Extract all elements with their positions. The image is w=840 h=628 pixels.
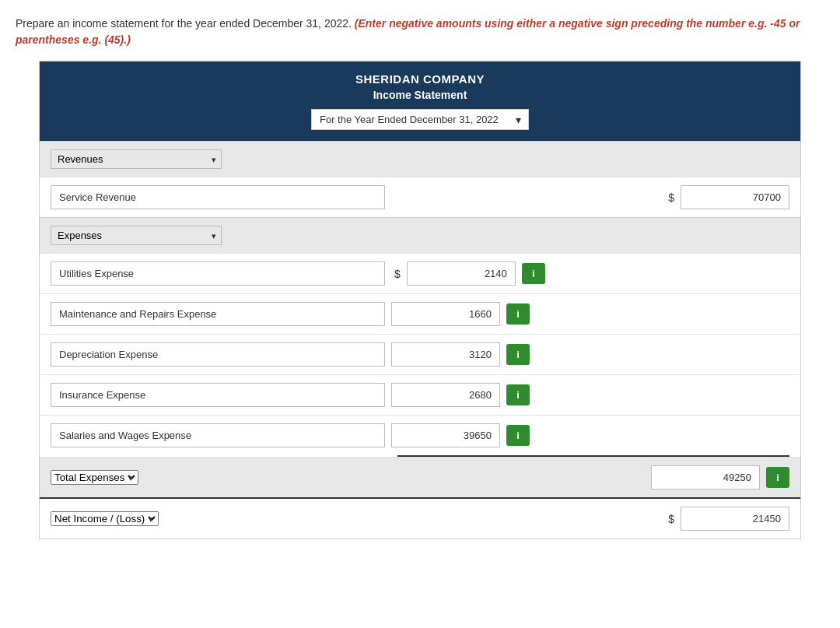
company-name: SHERIDAN COMPANY: [47, 72, 793, 86]
instruction-text: Prepare an income statement for the year…: [16, 17, 352, 30]
net-income-dropdown[interactable]: Net Income / (Loss): [51, 511, 159, 526]
service-revenue-right: $: [665, 185, 789, 209]
salaries-info-btn[interactable]: i: [506, 425, 530, 446]
insurance-expense-label[interactable]: [51, 383, 385, 407]
statement-title: Income Statement: [47, 89, 793, 101]
date-select-container[interactable]: For the Year Ended December 31, 2022: [311, 109, 529, 130]
total-expenses-value[interactable]: [651, 465, 760, 489]
revenues-select-wrap[interactable]: Revenues: [51, 149, 222, 169]
depreciation-expense-label[interactable]: [51, 342, 385, 367]
total-expenses-row: Total Expenses i: [40, 457, 800, 497]
salaries-expense-row: i: [40, 415, 800, 455]
insurance-expense-value[interactable]: [391, 383, 500, 407]
service-revenue-dollar: $: [668, 191, 674, 204]
income-statement: SHERIDAN COMPANY Income Statement For th…: [39, 61, 801, 539]
utilities-expense-value[interactable]: [407, 261, 516, 286]
net-income-dollar: $: [668, 513, 674, 525]
expenses-select-wrap[interactable]: Expenses: [51, 226, 222, 245]
depreciation-info-btn[interactable]: i: [506, 344, 530, 365]
statement-header: SHERIDAN COMPANY Income Statement For th…: [40, 61, 800, 141]
service-revenue-label-input[interactable]: [51, 185, 385, 209]
maintenance-info-btn[interactable]: i: [506, 303, 530, 325]
total-expenses-right: i: [651, 465, 789, 489]
net-income-row: Net Income / (Loss) $: [40, 497, 800, 539]
expenses-section-header: Expenses: [40, 217, 800, 253]
total-expenses-info-btn[interactable]: i: [766, 467, 789, 488]
utilities-expense-row: $ i: [40, 253, 800, 293]
date-dropdown[interactable]: For the Year Ended December 31, 2022: [311, 109, 529, 130]
utilities-info-btn[interactable]: i: [522, 263, 545, 284]
depreciation-expense-row: i: [40, 334, 800, 374]
total-expenses-dropdown[interactable]: Total Expenses: [51, 470, 138, 485]
utilities-dollar: $: [394, 268, 401, 280]
utilities-expense-label[interactable]: [51, 261, 385, 286]
maintenance-expense-label[interactable]: [51, 302, 385, 326]
net-income-right: $: [665, 507, 789, 531]
salaries-expense-label[interactable]: [51, 423, 385, 447]
total-expenses-select-wrap[interactable]: Total Expenses: [51, 470, 138, 485]
net-income-value[interactable]: [681, 507, 789, 531]
insurance-expense-row: i: [40, 374, 800, 415]
revenues-section-header: Revenues: [40, 141, 800, 177]
maintenance-expense-value[interactable]: [391, 302, 500, 326]
revenues-dropdown[interactable]: Revenues: [51, 149, 222, 169]
instructions: Prepare an income statement for the year…: [16, 16, 824, 48]
insurance-info-btn[interactable]: i: [506, 384, 530, 405]
salaries-expense-value[interactable]: [391, 423, 500, 447]
expenses-dropdown[interactable]: Expenses: [51, 226, 222, 245]
net-income-select-wrap[interactable]: Net Income / (Loss): [51, 511, 159, 526]
service-revenue-row: $: [40, 177, 800, 217]
service-revenue-value[interactable]: [681, 185, 789, 209]
maintenance-expense-row: i: [40, 293, 800, 334]
depreciation-expense-value[interactable]: [391, 342, 500, 367]
